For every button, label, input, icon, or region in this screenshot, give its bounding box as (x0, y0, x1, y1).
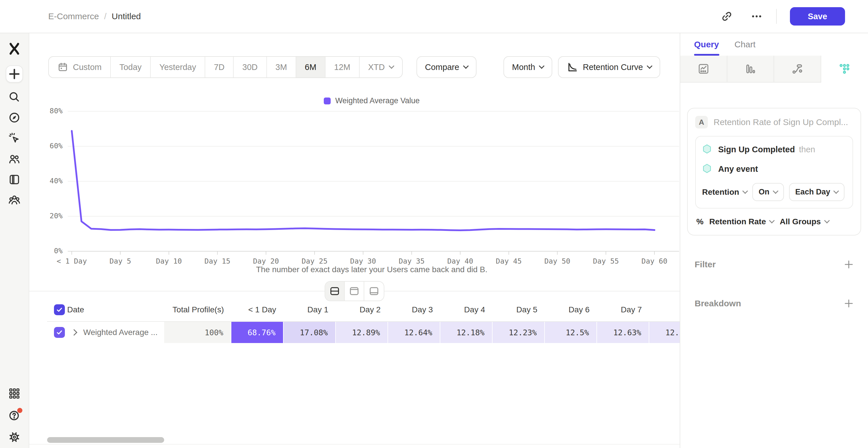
retention-series-line (72, 131, 654, 230)
save-button[interactable]: Save (790, 7, 845, 26)
event-block: Sign Up Completed then Any event Retenti… (695, 136, 853, 208)
breakdown-label: Breakdown (694, 299, 741, 308)
measure-dropdown[interactable]: Retention Rate (709, 217, 774, 226)
date-range-group: Custom Today Yesterday 7D 30D 3M 6M 12M … (48, 56, 403, 78)
column-header: Day 7 (597, 305, 649, 314)
row-name[interactable]: Weighted Average ... (83, 328, 158, 337)
sidebar-item help-icon[interactable] (8, 409, 21, 422)
query-title-input[interactable]: Retention Rate of Sign Up Compl... (714, 117, 848, 127)
value-cell: 12.5% (545, 322, 597, 343)
horizontal-scrollbar-thumb[interactable] (47, 437, 164, 443)
date-range-3m[interactable]: 3M (267, 57, 296, 77)
breadcrumb-project[interactable]: E-Commerce (48, 11, 99, 21)
value-cell: 17.08% (284, 322, 336, 343)
header-divider (776, 9, 777, 24)
sidebar-item grid-icon[interactable] (8, 387, 21, 400)
column-header: Day 5 (493, 305, 545, 314)
notification-badge (17, 408, 22, 413)
link-icon[interactable] (720, 10, 733, 23)
x-axis-tick: Day 55 (593, 257, 619, 265)
active-tab-indicator (694, 54, 719, 56)
date-range-7d[interactable]: 7D (205, 57, 234, 77)
x-axis-tick: Day 35 (399, 257, 425, 265)
legend-swatch[interactable] (324, 98, 331, 104)
groups-dropdown[interactable]: All Groups (780, 217, 829, 226)
sidebar-item compass-icon[interactable] (8, 111, 21, 124)
report-canvas: Custom Today Yesterday 7D 30D 3M 6M 12M … (29, 33, 680, 448)
legend-label[interactable]: Weighted Average Value (335, 96, 420, 105)
chevron-down-icon (647, 63, 652, 69)
x-axis-tick: Day 5 (110, 257, 131, 265)
select-all-checkbox[interactable] (54, 304, 65, 315)
header-actions: Save (720, 7, 868, 26)
x-axis-tick: Day 40 (447, 257, 473, 265)
date-range-6m[interactable]: 6M (296, 57, 326, 77)
report-type-tab insights-icon[interactable] (680, 56, 727, 82)
granularity-dropdown[interactable]: Month (503, 56, 553, 78)
sidebar-item cursor-click-icon[interactable] (8, 132, 21, 144)
table-row: Weighted Average ...100%68.76%17.08%12.8… (47, 321, 680, 343)
query-card: A Retention Rate of Sign Up Compl... Sig… (687, 108, 861, 236)
ellipsis-icon[interactable] (750, 10, 763, 23)
report-type-tabs (680, 56, 868, 82)
sidebar-item notebook-icon[interactable] (8, 173, 21, 186)
value-cell: 100% (164, 322, 231, 343)
sidebar-item gear-icon[interactable] (8, 431, 21, 443)
retention-line-chart: 0%20%40%60%80%< 1 DayDay 5Day 10Day 15Da… (29, 33, 680, 448)
x-axis-tick: Day 15 (205, 257, 230, 265)
on-dropdown[interactable]: On (752, 183, 784, 201)
add-breakdown-button plus-icon[interactable] (843, 298, 854, 309)
layout-toggle top-view-icon[interactable] (345, 282, 364, 301)
x-axis-tick: Day 60 (642, 257, 668, 265)
column-header: D (649, 305, 680, 314)
layout-toggle split-view-icon[interactable] (325, 282, 345, 301)
date-range-yesterday[interactable]: Yesterday (151, 57, 205, 77)
report-type-tab funnels-icon[interactable] (727, 56, 774, 82)
breakdown-table: DateTotal Profile(s)< 1 DayDay 1Day 2Day… (47, 298, 680, 343)
row-checkbox[interactable] (54, 327, 65, 338)
date-range-custom[interactable]: Custom (49, 57, 111, 77)
first-event-row[interactable]: Sign Up Completed then (702, 144, 846, 155)
tab-chart[interactable]: Chart (735, 40, 755, 49)
sidebar-item group-icon[interactable] (8, 194, 21, 207)
breadcrumb-report-title[interactable]: Untitled (112, 11, 141, 21)
chart-type-dropdown[interactable]: Retention Curve (558, 56, 660, 78)
sidebar-item plus-icon[interactable] (6, 65, 23, 82)
date-range-30d[interactable]: 30D (234, 57, 267, 77)
column-header: Day 4 (440, 305, 493, 314)
x-axis-tick: < 1 Day (57, 257, 87, 265)
row-checkbox-cell (47, 322, 66, 343)
sidebar-item search-icon[interactable] (8, 91, 21, 103)
column-header: Day 1 (284, 305, 336, 314)
report-type-tab flows-icon[interactable] (774, 56, 821, 82)
header-checkbox-cell (47, 304, 66, 315)
event-hexagon-icon (702, 144, 712, 155)
date-range-xtd[interactable]: XTD (360, 57, 402, 77)
sidebar-item users-icon[interactable] (8, 152, 21, 165)
chevron-down-icon (833, 188, 839, 194)
expand-row-chevron-icon[interactable] (71, 329, 78, 336)
y-axis-tick: 20% (42, 212, 63, 220)
app-logo-icon[interactable] (7, 41, 22, 56)
add-filter-button plus-icon[interactable] (843, 259, 854, 270)
y-axis-tick: 80% (42, 107, 63, 115)
x-axis-tick: Day 25 (302, 257, 328, 265)
query-panel: QueryChart A Retention Rate of Sign Up C… (680, 33, 868, 448)
retention-type-dropdown[interactable]: Retention (702, 187, 747, 197)
return-event-row[interactable]: Any event (702, 164, 846, 174)
top-header: E-Commerce / Untitled Save (0, 0, 868, 33)
date-range-today[interactable]: Today (111, 57, 151, 77)
report-type-tab retention-icon[interactable] (821, 56, 868, 82)
layout-toggle bottom-view-icon[interactable] (364, 282, 384, 301)
x-axis-tick: Day 20 (253, 257, 279, 265)
interval-dropdown[interactable]: Each Day (789, 183, 845, 201)
tab-query[interactable]: Query (694, 40, 719, 49)
column-header: Day 6 (545, 305, 597, 314)
chart-legend: Weighted Average Value (64, 96, 680, 105)
date-range-12m[interactable]: 12M (326, 57, 360, 77)
compare-button[interactable]: Compare (416, 56, 476, 78)
filter-label: Filter (694, 260, 716, 269)
column-header: Date (66, 305, 164, 314)
value-cell: 12.18% (440, 322, 493, 343)
row-name-cell: Weighted Average ... (66, 322, 164, 343)
